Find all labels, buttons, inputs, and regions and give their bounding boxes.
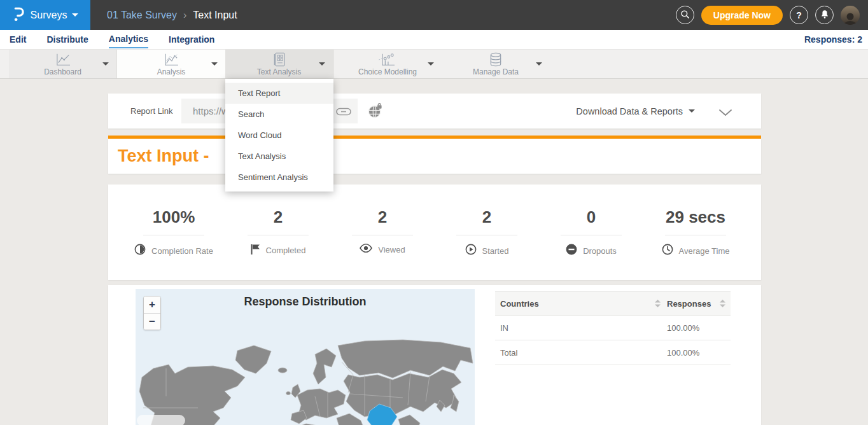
dashboard-chart-icon [9,52,116,67]
chevron-down-icon [319,62,325,66]
questionpro-logo-icon [12,6,25,25]
page-title: Text Input - [108,139,761,174]
stat-started: 2 Started [435,207,539,280]
table-row: IN 100.00% [495,316,731,340]
breadcrumb-survey-name[interactable]: 01 Take Survey [107,10,177,21]
survey-stats: 100% Completion Rate 2 Completed 2 [108,185,761,280]
text-analysis-icon [225,52,333,67]
report-link-label: Report Link [130,94,172,129]
zoom-in-button[interactable]: + [144,296,160,313]
stat-completed: 2 Completed [226,207,330,280]
nav-item-integration[interactable]: Integration [169,31,214,48]
countries-table-header: Countries Responses [495,291,731,316]
chevron-down-icon [428,62,434,66]
manage-data-database-icon [442,52,550,67]
survey-nav: Edit Distribute Analytics Integration Re… [0,30,868,49]
report-link-bar: Report Link Download Data & Reports [108,94,761,129]
breadcrumb-separator: › [183,10,186,21]
minus-circle-icon [566,244,577,258]
collapse-section-chevron-icon[interactable] [719,108,732,119]
map-zoom-controls: + − [143,296,161,330]
top-header: Surveys 01 Take Survey › Text Input Upgr… [0,0,868,30]
world-map[interactable]: Response Distribution + − [136,289,475,425]
surveys-product-switcher[interactable]: Surveys [0,0,90,30]
chevron-down-icon [102,62,109,66]
tab-analysis[interactable]: Analysis [117,50,225,78]
menu-item-text-analysis[interactable]: Text Analysis [225,146,333,167]
stat-completion-rate: 100% Completion Rate [122,207,226,280]
analytics-toolbar: Dashboard Analysis Text Analysis Choice … [0,49,868,79]
user-avatar[interactable] [841,6,860,25]
countries-column-header[interactable]: Countries [500,299,667,309]
nav-item-analytics[interactable]: Analytics [109,31,148,48]
flag-icon [251,244,260,257]
search-button[interactable] [676,6,694,24]
breadcrumb: 01 Take Survey › Text Input [107,10,237,21]
bell-icon [820,10,829,21]
stat-viewed: 2 Viewed [330,207,435,280]
product-name: Surveys [31,10,67,21]
responses-count: Responses: 2 [804,30,862,49]
table-row: Total 100.00% [495,340,731,365]
app-screen: Surveys 01 Take Survey › Text Input Upgr… [0,0,868,425]
header-actions: Upgrade Now ? [676,6,868,25]
tab-dashboard[interactable]: Dashboard [9,50,117,78]
responses-column-header[interactable]: Responses [667,299,725,309]
download-data-reports-dropdown[interactable]: Download Data & Reports [576,94,695,129]
help-button[interactable]: ? [790,6,808,24]
tab-manage-data[interactable]: Manage Data [442,50,550,78]
response-distribution-section: Response Distribution + − [108,285,761,425]
text-analysis-menu: Text Report Search Word Cloud Text Analy… [225,79,333,192]
tab-text-analysis[interactable]: Text Analysis [225,50,333,78]
menu-item-word-cloud[interactable]: Word Cloud [225,125,333,146]
tab-choice-modelling[interactable]: Choice Modelling [333,50,442,78]
globe-lock-icon[interactable] [367,103,383,122]
nav-item-edit[interactable]: Edit [10,31,26,48]
menu-item-text-report[interactable]: Text Report [225,83,333,104]
chevron-down-icon [689,109,695,113]
chevron-down-icon [536,62,542,66]
notifications-button[interactable] [815,6,834,24]
menu-item-search[interactable]: Search [225,104,333,125]
eye-icon [360,244,372,255]
countries-table: Countries Responses IN 100.00% Total [495,291,731,365]
stat-average-time: 29 secs Average Time [643,207,748,280]
search-icon [680,10,690,21]
sort-icon [655,300,661,307]
world-map-canvas[interactable] [136,337,475,425]
play-circle-icon [465,244,477,258]
menu-item-sentiment-analysis[interactable]: Sentiment Analysis [225,167,333,188]
breadcrumb-page-name: Text Input [193,10,237,21]
question-mark-icon: ? [796,10,802,20]
sort-icon [720,300,725,307]
clock-icon [662,244,673,258]
map-attribution-placeholder [137,415,185,425]
chevron-down-icon [72,13,78,17]
map-title: Response Distribution [136,295,475,309]
analysis-chart-icon [117,52,225,67]
copy-link-icon[interactable] [336,107,351,118]
nav-item-distribute[interactable]: Distribute [46,31,88,48]
completion-rate-icon [134,244,146,258]
chevron-down-icon [211,62,218,66]
zoom-out-button[interactable]: − [144,313,160,330]
stat-dropouts: 0 Dropouts [539,207,643,280]
upgrade-now-button[interactable]: Upgrade Now [701,6,783,25]
title-section: Text Input - [108,139,761,174]
choice-modelling-icon [333,52,442,67]
